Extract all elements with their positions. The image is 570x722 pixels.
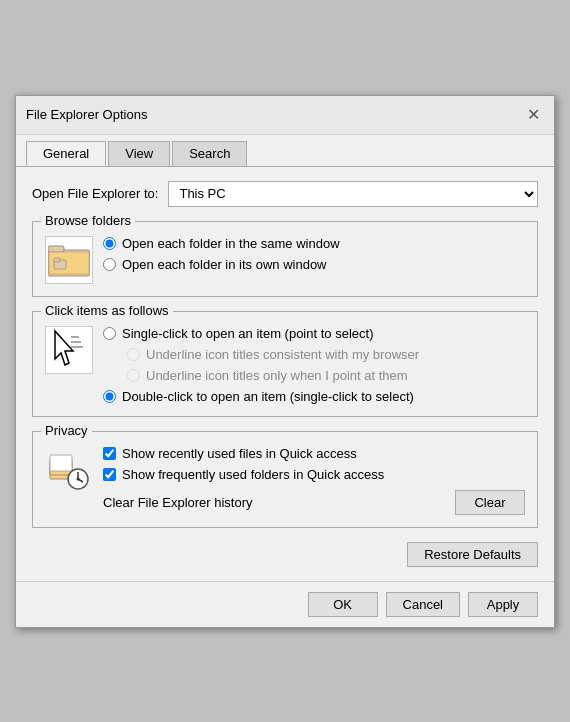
clock-svg-icon [48,449,90,491]
frequently-used-checkbox[interactable] [103,468,116,481]
svg-marker-5 [55,331,73,365]
click-items-group: Click items as follows Single-click to [32,311,538,417]
open-explorer-row: Open File Explorer to: This PC Quick acc… [32,181,538,207]
underline-browser-option: Underline icon titles consistent with my… [103,347,419,362]
privacy-options: Show recently used files in Quick access… [103,446,525,515]
open-explorer-label: Open File Explorer to: [32,186,158,201]
own-window-radio[interactable] [103,258,116,271]
single-click-option: Single-click to open an item (point to s… [103,326,419,341]
tabs-bar: General View Search [16,135,554,167]
close-button[interactable]: ✕ [522,104,544,126]
click-items-radio-group: Single-click to open an item (point to s… [103,326,419,404]
browse-folders-group: Browse folders [32,221,538,297]
cursor-svg-icon [51,329,87,371]
apply-button[interactable]: Apply [468,592,538,617]
browse-folders-radio-group: Open each folder in the same window Open… [103,236,340,272]
click-items-icon [45,326,93,374]
same-window-label: Open each folder in the same window [122,236,340,251]
own-window-option: Open each folder in its own window [103,257,340,272]
own-window-label: Open each folder in its own window [122,257,327,272]
underline-point-label: Underline icon titles only when I point … [146,368,408,383]
same-window-radio[interactable] [103,237,116,250]
single-click-radio[interactable] [103,327,116,340]
restore-defaults-button[interactable]: Restore Defaults [407,542,538,567]
single-click-label: Single-click to open an item (point to s… [122,326,373,341]
cancel-button[interactable]: Cancel [386,592,460,617]
folder-svg-icon [48,242,90,278]
underline-point-option: Underline icon titles only when I point … [103,368,419,383]
recently-used-label: Show recently used files in Quick access [122,446,357,461]
file-explorer-options-dialog: File Explorer Options ✕ General View Sea… [15,95,555,628]
svg-rect-4 [54,258,60,262]
browse-folders-content: Open each folder in the same window Open… [45,236,525,284]
browse-folders-icon [45,236,93,284]
browse-folders-title: Browse folders [41,213,135,228]
recently-used-checkbox[interactable] [103,447,116,460]
recently-used-files-option: Show recently used files in Quick access [103,446,525,461]
click-items-title: Click items as follows [41,303,173,318]
privacy-title: Privacy [41,423,92,438]
underline-browser-radio[interactable] [127,348,140,361]
tab-search[interactable]: Search [172,141,247,166]
double-click-label: Double-click to open an item (single-cli… [122,389,414,404]
clear-history-row: Clear File Explorer history Clear [103,490,525,515]
svg-rect-11 [50,455,72,471]
frequently-used-label: Show frequently used folders in Quick ac… [122,467,384,482]
clear-history-label: Clear File Explorer history [103,495,253,510]
underline-browser-label: Underline icon titles consistent with my… [146,347,419,362]
clear-button[interactable]: Clear [455,490,525,515]
privacy-content: Show recently used files in Quick access… [45,446,525,515]
svg-point-15 [77,477,80,480]
frequently-used-folders-option: Show frequently used folders in Quick ac… [103,467,525,482]
double-click-option: Double-click to open an item (single-cli… [103,389,419,404]
privacy-group: Privacy [32,431,538,528]
tab-view[interactable]: View [108,141,170,166]
open-explorer-dropdown-wrapper: This PC Quick access [168,181,538,207]
open-explorer-dropdown[interactable]: This PC Quick access [168,181,538,207]
privacy-icon [45,446,93,494]
title-bar: File Explorer Options ✕ [16,96,554,135]
tab-general[interactable]: General [26,141,106,166]
click-items-content: Single-click to open an item (point to s… [45,326,525,404]
svg-rect-1 [48,246,64,252]
restore-defaults-row: Restore Defaults [32,542,538,567]
underline-point-radio[interactable] [127,369,140,382]
same-window-option: Open each folder in the same window [103,236,340,251]
bottom-buttons: OK Cancel Apply [16,581,554,627]
ok-button[interactable]: OK [308,592,378,617]
dialog-title: File Explorer Options [26,107,147,122]
double-click-radio[interactable] [103,390,116,403]
content-area: Open File Explorer to: This PC Quick acc… [16,167,554,581]
